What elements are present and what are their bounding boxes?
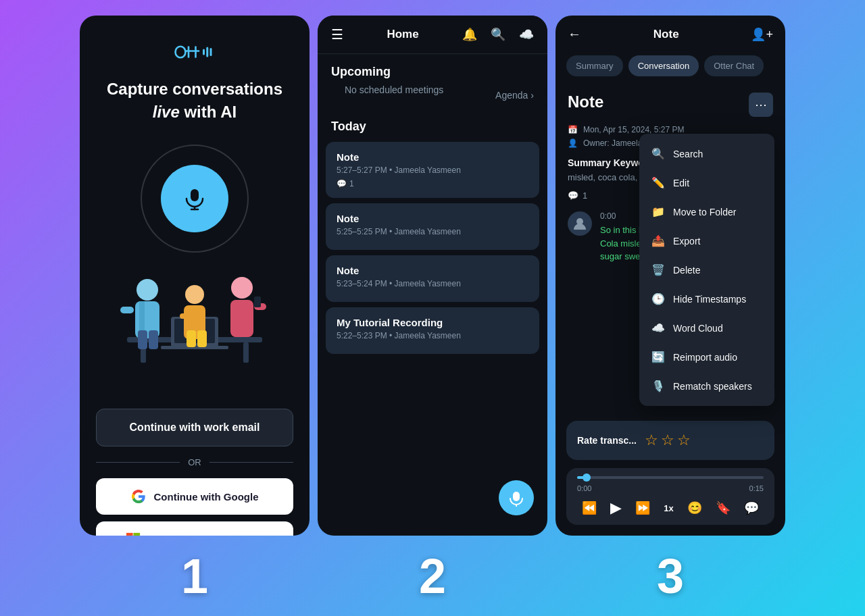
export-menu-label: Export — [673, 236, 700, 247]
audio-player: 0:00 0:15 ⏪ ▶ ⏩ 1x 😊 🔖 💬 — [566, 468, 774, 525]
hamburger-icon[interactable]: ☰ — [331, 26, 343, 43]
menu-edit[interactable]: ✏️ Edit — [639, 168, 774, 197]
emoji-reaction-button[interactable]: 😊 — [687, 500, 702, 515]
speaker-avatar — [568, 211, 592, 236]
star-1[interactable]: ☆ — [645, 432, 658, 449]
screen2-number: 2 — [419, 552, 446, 600]
chevron-right-icon: › — [530, 90, 534, 101]
comment-count: 1 — [349, 179, 354, 188]
menu-export[interactable]: 📤 Export — [639, 226, 774, 255]
svg-rect-20 — [120, 307, 134, 313]
move-folder-menu-label: Move to Folder — [673, 207, 736, 217]
bookmark-button[interactable]: 🔖 — [716, 500, 731, 515]
note-title: Note — [568, 93, 603, 111]
or-text: OR — [188, 457, 201, 467]
screen2-home: ☰ Home 🔔 🔍 ☁️ Upcoming No scheduled meet… — [318, 16, 547, 536]
menu-search[interactable]: 🔍 Search — [639, 139, 774, 168]
svg-rect-30 — [138, 330, 147, 349]
note-card-2[interactable]: Note 5:23–5:24 PM • Jameela Yasmeen — [326, 255, 539, 302]
svg-point-21 — [185, 285, 204, 304]
divider-line-left — [96, 462, 180, 463]
agenda-label: Agenda — [495, 90, 528, 101]
menu-delete[interactable]: 🗑️ Delete — [639, 255, 774, 284]
menu-word-cloud[interactable]: ☁️ Word Cloud — [639, 313, 774, 342]
title-text2: with AI — [184, 103, 237, 121]
svg-rect-29 — [197, 330, 207, 347]
note-date: 📅 Mon, Apr 15, 2024, 5:27 PM — [568, 125, 773, 134]
add-member-icon[interactable]: 👤+ — [751, 27, 773, 42]
transcript-button[interactable]: 💬 — [744, 500, 759, 515]
audio-times: 0:00 0:15 — [577, 484, 764, 492]
screen2-content: Upcoming No scheduled meetings Agenda › … — [318, 54, 547, 536]
note-card-3[interactable]: My Tutorial Recording 5:22–5:23 PM • Jam… — [326, 307, 539, 354]
play-button[interactable]: ▶ — [610, 499, 622, 517]
home-title: Home — [387, 28, 418, 41]
calendar-icon: 📅 — [568, 125, 578, 134]
tab-otter-chat[interactable]: Otter Chat — [704, 55, 764, 76]
note-meta-2: 5:23–5:24 PM • Jameela Yasmeen — [337, 279, 528, 288]
google-button[interactable]: Continue with Google — [96, 478, 293, 515]
screen3-note: ← Note 👤+ Summary Conversation Otter Cha… — [555, 16, 785, 536]
rate-text: Rate transc... — [577, 435, 637, 446]
audio-end-time: 0:15 — [749, 484, 764, 492]
svg-rect-7 — [210, 48, 212, 56]
screen2-header: ☰ Home 🔔 🔍 ☁️ — [318, 16, 547, 54]
note-title-0: Note — [337, 151, 528, 163]
note-card-1[interactable]: Note 5:25–5:25 PM • Jameela Yasmeen — [326, 203, 539, 250]
rate-section: Rate transc... ☆ ☆ ☆ — [566, 421, 774, 460]
upload-icon[interactable]: ☁️ — [519, 27, 534, 42]
timestamps-menu-icon: 🕒 — [651, 292, 664, 305]
svg-rect-28 — [187, 330, 196, 347]
audio-progress-bar[interactable] — [577, 476, 764, 479]
menu-move-to-folder[interactable]: 📁 Move to Folder — [639, 197, 774, 226]
svg-rect-31 — [149, 330, 158, 349]
or-divider: OR — [96, 457, 293, 467]
audio-start-time: 0:00 — [577, 484, 591, 492]
comment-icon-2: 💬 — [568, 190, 578, 201]
tab-conversation[interactable]: Conversation — [628, 55, 699, 76]
star-2[interactable]: ☆ — [661, 432, 674, 449]
menu-hide-timestamps[interactable]: 🕒 Hide Timestamps — [639, 284, 774, 313]
svg-rect-5 — [203, 49, 205, 55]
bell-icon[interactable]: 🔔 — [462, 27, 477, 42]
svg-point-17 — [137, 279, 158, 301]
star-3[interactable]: ☆ — [677, 432, 691, 449]
tab-summary[interactable]: Summary — [566, 55, 623, 76]
microsoft-button-label: Continue with Microsoft — [149, 534, 264, 536]
note-meta-3: 5:22–5:23 PM • Jameela Yasmeen — [337, 331, 528, 340]
wordcloud-menu-icon: ☁️ — [651, 322, 664, 334]
svg-rect-32 — [126, 533, 132, 536]
title-italic: live — [153, 103, 180, 121]
work-email-button[interactable]: Continue with work email — [96, 409, 293, 446]
reimport-audio-label: Reimport audio — [673, 352, 737, 363]
screen1-login: Capture conversations live with AI — [80, 16, 310, 536]
menu-rematch-speakers[interactable]: 🎙️ Rematch speakers — [639, 371, 774, 401]
speed-button[interactable]: 1x — [664, 503, 673, 513]
note-card-0[interactable]: Note 5:27–5:27 PM • Jameela Yasmeen 💬 1 — [326, 142, 539, 198]
hide-timestamps-label: Hide Timestamps — [673, 294, 746, 305]
record-fab[interactable] — [499, 480, 534, 515]
context-menu: 🔍 Search ✏️ Edit 📁 Move to Folder 📤 Expo… — [639, 134, 774, 406]
screen1-title: Capture conversations live with AI — [107, 78, 282, 123]
note-title-3: My Tutorial Recording — [337, 317, 528, 328]
svg-rect-27 — [254, 297, 261, 307]
google-button-label: Continue with Google — [154, 491, 259, 503]
owner-icon: 👤 — [568, 138, 578, 148]
back-icon[interactable]: ← — [568, 26, 581, 42]
edit-menu-label: Edit — [673, 178, 689, 188]
rewind-button[interactable]: ⏪ — [582, 500, 597, 515]
people-illustration — [107, 266, 282, 387]
menu-reimport-audio[interactable]: 🔄 Reimport audio — [639, 342, 774, 371]
note-meta-0: 5:27–5:27 PM • Jameela Yasmeen — [337, 165, 528, 175]
forward-button[interactable]: ⏩ — [635, 500, 650, 515]
rematch-speakers-label: Rematch speakers — [673, 381, 752, 392]
edit-menu-icon: ✏️ — [651, 176, 664, 189]
note-tabs: Summary Conversation Otter Chat — [555, 53, 785, 84]
search-icon[interactable]: 🔍 — [491, 27, 505, 42]
note-meta-1: 5:25–5:25 PM • Jameela Yasmeen — [337, 227, 528, 236]
more-options-button[interactable]: ⋯ — [749, 93, 773, 117]
star-rating[interactable]: ☆ ☆ ☆ — [645, 432, 691, 449]
agenda-link[interactable]: Agenda › — [495, 90, 534, 101]
microsoft-button[interactable]: Continue with Microsoft — [96, 521, 293, 536]
date-text: Mon, Apr 15, 2024, 5:27 PM — [583, 125, 684, 134]
